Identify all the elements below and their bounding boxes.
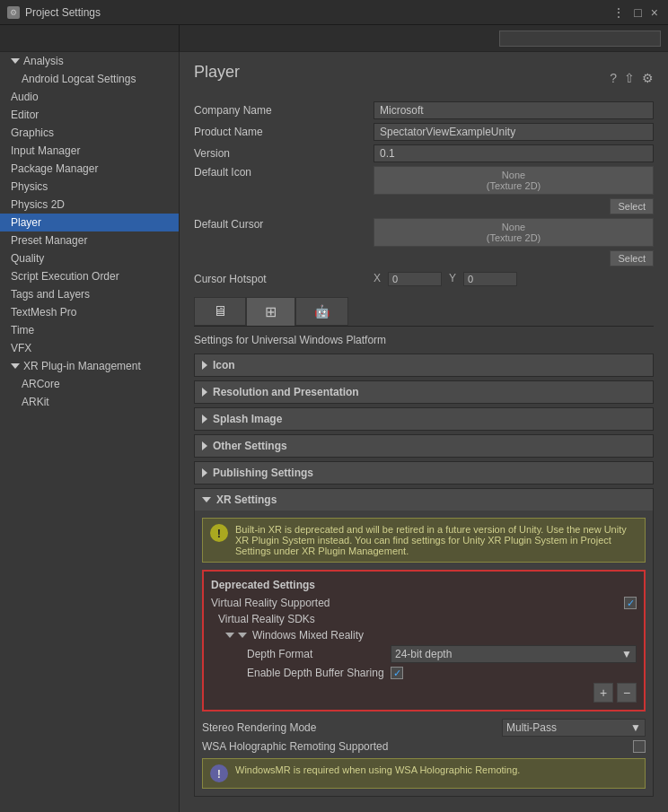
maximize-btn[interactable]: □	[631, 5, 644, 20]
top-bar	[0, 25, 668, 52]
section-publishing-label: Publishing Settings	[213, 467, 313, 479]
section-publishing-header[interactable]: Publishing Settings	[195, 462, 653, 484]
xr-content: ! Built-in XR is deprecated and will be …	[195, 511, 653, 796]
add-sdk-button[interactable]: +	[593, 683, 613, 703]
close-btn[interactable]: ×	[648, 5, 661, 20]
stereo-rendering-row: Stereo Rendering Mode Multi-Pass ▼	[202, 719, 646, 737]
tab-android[interactable]: 🤖	[295, 297, 348, 326]
xr-warning-text: Built-in XR is deprecated and will be re…	[235, 524, 637, 556]
depth-buffer-row: Enable Depth Buffer Sharing	[225, 667, 637, 679]
sidebar-item-vfx[interactable]: VFX	[0, 339, 179, 357]
vr-sdks-label: Virtual Reality SDKs	[218, 613, 315, 625]
stereo-rendering-select[interactable]: Multi-Pass ▼	[502, 719, 646, 737]
sidebar-item-arcore[interactable]: ARCore	[0, 375, 179, 393]
search-input[interactable]	[499, 31, 661, 47]
depth-format-select[interactable]: 24-bit depth ▼	[391, 645, 637, 663]
sidebar-item-player[interactable]: Player	[0, 214, 179, 231]
title-bar: ⚙ Project Settings ⋮ □ ×	[0, 0, 668, 25]
sidebar: Analysis Android Logcat Settings Audio E…	[0, 52, 180, 812]
depth-format-label: Depth Format	[247, 648, 391, 660]
help-icon[interactable]: ?	[610, 71, 617, 85]
sidebar-item-physics-2d[interactable]: Physics 2D	[0, 196, 179, 214]
vr-supported-checkbox[interactable]	[624, 597, 637, 609]
section-other-expand	[202, 441, 207, 450]
sidebar-item-physics[interactable]: Physics	[0, 178, 179, 196]
section-splash-header[interactable]: Splash Image	[195, 408, 653, 430]
android-icon: 🤖	[314, 304, 330, 319]
sidebar-item-script-execution[interactable]: Script Execution Order	[0, 267, 179, 285]
sidebar-item-textmesh[interactable]: TextMesh Pro	[0, 303, 179, 321]
wmr-label: Windows Mixed Reality	[252, 629, 364, 642]
sidebar-item-arkit[interactable]: ARKit	[0, 393, 179, 411]
pm-buttons-row: + −	[211, 683, 637, 703]
section-resolution-header[interactable]: Resolution and Presentation	[195, 381, 653, 403]
xr-expand-icon	[202, 497, 211, 502]
tab-windows[interactable]: ⊞	[246, 297, 295, 326]
default-cursor-row: Default Cursor None(Texture 2D) Select	[194, 218, 654, 266]
expand-icon-xr	[11, 363, 20, 369]
tab-desktop[interactable]: 🖥	[194, 297, 246, 326]
xr-header[interactable]: XR Settings	[195, 489, 653, 511]
depth-buffer-checkbox[interactable]	[391, 667, 403, 679]
wsa-warning-icon: !	[210, 764, 228, 782]
sidebar-item-quality[interactable]: Quality	[0, 249, 179, 267]
sidebar-item-input-manager[interactable]: Input Manager	[0, 142, 179, 160]
cursor-hotspot-x[interactable]	[388, 272, 442, 286]
y-label: Y	[449, 272, 456, 286]
section-icon-header[interactable]: Icon	[195, 354, 653, 376]
depth-buffer-label: Enable Depth Buffer Sharing	[247, 667, 391, 679]
section-resolution: Resolution and Presentation	[194, 380, 654, 404]
version-input[interactable]	[374, 144, 654, 162]
sidebar-item-preset-manager[interactable]: Preset Manager	[0, 231, 179, 249]
remove-sdk-button[interactable]: −	[617, 683, 637, 703]
expand-icon-analysis	[11, 58, 20, 64]
xr-label: XR Settings	[216, 493, 277, 506]
sidebar-item-graphics[interactable]: Graphics	[0, 124, 179, 142]
sidebar-label-quality: Quality	[11, 252, 44, 265]
sidebar-label-script-execution: Script Execution Order	[11, 270, 119, 283]
more-btn[interactable]: ⋮	[610, 5, 628, 20]
wmr-expand-icon	[225, 633, 234, 638]
title-bar-left: ⚙ Project Settings	[7, 6, 101, 19]
sidebar-label-physics-2d: Physics 2D	[11, 198, 65, 211]
sidebar-item-time[interactable]: Time	[0, 321, 179, 339]
sidebar-item-analysis[interactable]: Analysis	[0, 52, 179, 70]
wsa-warning-box: ! WindowsMR is required when using WSA H…	[202, 758, 646, 789]
sidebar-item-xr-plugin[interactable]: XR Plug-in Management	[0, 357, 179, 375]
default-cursor-select-button[interactable]: Select	[610, 250, 654, 266]
sidebar-label-player: Player	[11, 216, 41, 229]
depth-format-row: Depth Format 24-bit depth ▼	[225, 645, 637, 663]
depth-format-arrow: ▼	[621, 648, 632, 660]
section-resolution-expand	[202, 388, 207, 397]
pin-icon[interactable]: ⇧	[624, 71, 635, 85]
sidebar-item-tags-layers[interactable]: Tags and Layers	[0, 285, 179, 303]
section-splash: Splash Image	[194, 407, 654, 431]
depth-format-value: 24-bit depth	[395, 648, 452, 660]
sidebar-item-package-manager[interactable]: Package Manager	[0, 160, 179, 178]
section-icon-expand	[202, 361, 207, 370]
sidebar-label-preset-manager: Preset Manager	[11, 234, 87, 247]
sidebar-label-package-manager: Package Manager	[11, 162, 98, 175]
sidebar-label-tags-layers: Tags and Layers	[11, 288, 90, 301]
cursor-hotspot-y[interactable]	[463, 272, 517, 286]
sidebar-label-analysis: Analysis	[23, 55, 64, 67]
wsa-row: WSA Holographic Remoting Supported	[202, 740, 646, 753]
sidebar-item-editor[interactable]: Editor	[0, 106, 179, 124]
sidebar-item-android-logcat[interactable]: Android Logcat Settings	[0, 70, 179, 88]
x-label: X	[374, 272, 381, 286]
wmr-expand-icon2	[238, 633, 247, 638]
wsa-checkbox[interactable]	[633, 740, 646, 753]
default-cursor-none: None(Texture 2D)	[374, 218, 654, 247]
section-splash-expand	[202, 415, 207, 423]
product-name-row: Product Name	[194, 123, 654, 141]
deprecated-settings-box: Deprecated Settings Virtual Reality Supp…	[202, 570, 646, 712]
settings-icon[interactable]: ⚙	[642, 71, 654, 85]
product-name-input[interactable]	[374, 123, 654, 141]
company-name-input[interactable]	[374, 101, 654, 119]
sidebar-item-audio[interactable]: Audio	[0, 88, 179, 106]
vr-sdks-row: Virtual Reality SDKs	[211, 613, 637, 625]
section-other-header[interactable]: Other Settings	[195, 435, 653, 457]
default-icon-row: Default Icon None(Texture 2D) Select	[194, 166, 654, 214]
stereo-rendering-label: Stereo Rendering Mode	[202, 721, 502, 734]
default-icon-select-button[interactable]: Select	[610, 198, 654, 214]
